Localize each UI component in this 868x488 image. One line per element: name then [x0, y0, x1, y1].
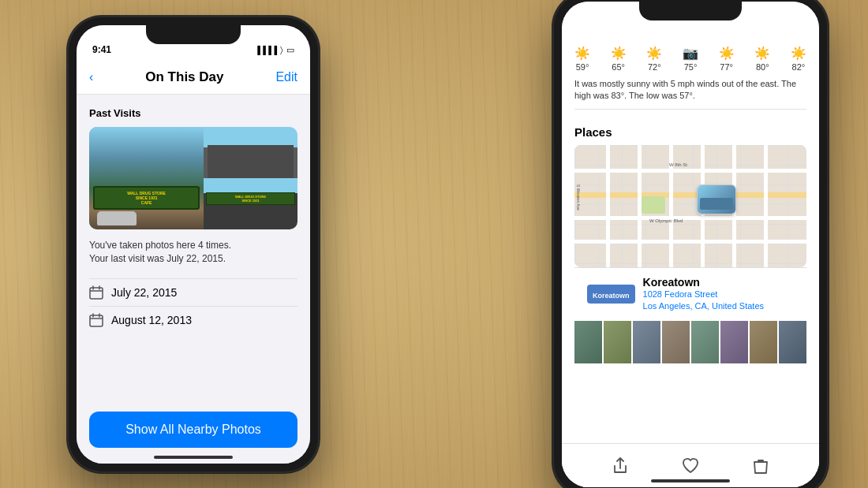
weather-day-3: ☀️ 72° [646, 46, 662, 72]
status-time: 9:41 [92, 44, 111, 55]
weather-temp-3: 72° [648, 62, 661, 72]
strip-photo-2[interactable] [604, 321, 631, 363]
photo-strip [574, 321, 806, 363]
left-content: Past Visits WALL DRUG STORESINCE 1931CAF… [77, 95, 310, 464]
edit-button[interactable]: Edit [275, 70, 297, 84]
location-address-line2: Los Angeles, CA, United States [643, 300, 794, 312]
weather-icon-7: ☀️ [791, 46, 806, 61]
right-phone-screen: ☀️ 59° ☀️ 65° ☀️ 72° 📷 75° [562, 2, 819, 487]
right-home-indicator [651, 479, 730, 482]
share-button[interactable] [609, 455, 631, 477]
weather-day-6: ☀️ 80° [754, 46, 770, 72]
photo-right-top-inner [204, 127, 297, 178]
weather-icon-6: ☀️ [754, 46, 770, 61]
photo-right-top [204, 127, 297, 178]
weather-day-7: ☀️ 82° [791, 46, 806, 72]
location-card[interactable]: Koreatown Koreatown 1028 Fedora Street L… [574, 267, 806, 321]
date-item-2[interactable]: August 12, 2013 [89, 306, 297, 333]
status-icons: ▐▐▐▐ 〉 ▭ [255, 45, 294, 55]
photo-left: WALL DRUG STORESINCE 1931CAFE [89, 127, 204, 229]
calendar-icon-2 [89, 313, 103, 327]
svg-rect-0 [90, 288, 103, 299]
battery-icon: ▭ [286, 45, 294, 55]
location-info: Koreatown 1028 Fedora Street Los Angeles… [643, 276, 794, 313]
car-shape [97, 211, 137, 225]
sign-text-right: WALL DRUG STORESINCE 1931 [208, 195, 293, 203]
show-nearby-button[interactable]: Show All Nearby Photos [89, 412, 297, 448]
strip-photo-7[interactable] [750, 321, 777, 363]
left-phone: 9:41 ▐▐▐▐ 〉 ▭ ‹ On This Day Edit Past Vi… [67, 16, 320, 473]
strip-photo-6[interactable] [720, 321, 748, 363]
map-park [642, 196, 665, 214]
photo-right-col: WALL DRUG STORESINCE 1931 [204, 127, 297, 229]
wall-drug-sign-left: WALL DRUG STORESINCE 1931CAFE [93, 186, 200, 210]
weather-temp-1: 59° [576, 62, 589, 72]
weather-icon-3: ☀️ [646, 46, 662, 61]
location-address-line1: 1028 Fedora Street [643, 289, 794, 300]
date-text-2: August 12, 2013 [111, 314, 192, 326]
building-right [208, 145, 294, 178]
weather-day-2: ☀️ 65° [611, 46, 627, 72]
weather-temp-4: 75° [684, 62, 698, 72]
visit-description: You've taken photos here 4 times.Your la… [89, 239, 297, 266]
wifi-icon: 〉 [280, 45, 283, 55]
weather-temp-2: 65° [612, 62, 625, 72]
photo-right-bottom: WALL DRUG STORESINCE 1931 [204, 178, 297, 229]
heart-button[interactable] [679, 455, 702, 477]
nav-title: On This Day [93, 69, 275, 85]
date-text-1: July 22, 2015 [111, 286, 177, 299]
weather-row: ☀️ 59° ☀️ 65° ☀️ 72° 📷 75° [574, 46, 806, 72]
weather-icon-2: ☀️ [611, 46, 627, 61]
right-content: ☀️ 59° ☀️ 65° ☀️ 72° 📷 75° [562, 36, 819, 487]
past-visits-title: Past Visits [89, 107, 297, 119]
places-section: Places [562, 116, 819, 370]
strip-photo-1[interactable] [574, 321, 602, 363]
weather-day-5: ☀️ 77° [719, 46, 735, 72]
date-item-1[interactable]: July 22, 2015 [89, 278, 297, 306]
strip-photo-4[interactable] [662, 321, 690, 363]
weather-temp-5: 77° [720, 62, 733, 72]
photo-left-inner: WALL DRUG STORESINCE 1931CAFE [89, 127, 204, 229]
map-pin-image [698, 185, 735, 214]
left-home-indicator [154, 456, 233, 459]
signal-icon: ▐▐▐▐ [255, 46, 277, 54]
sign-text-left: WALL DRUG STORESINCE 1931CAFE [97, 191, 196, 205]
left-notch [146, 25, 241, 44]
weather-day-4: 📷 75° [683, 46, 698, 72]
map-background: W 8th St W Olympic Blvd S Western Ave [574, 145, 806, 267]
weather-day-1: ☀️ 59° [574, 46, 590, 72]
location-badge-text: Koreatown [593, 292, 630, 300]
strip-photo-8[interactable] [779, 321, 806, 363]
left-nav-bar: ‹ On This Day Edit [77, 60, 310, 95]
weather-section: ☀️ 59° ☀️ 65° ☀️ 72° 📷 75° [562, 36, 819, 116]
right-phone: ☀️ 59° ☀️ 65° ☀️ 72° 📷 75° [552, 0, 829, 488]
location-badge: Koreatown [587, 285, 635, 304]
weather-temp-7: 82° [792, 62, 806, 72]
strip-photo-5[interactable] [691, 321, 719, 363]
left-phone-screen: 9:41 ▐▐▐▐ 〉 ▭ ‹ On This Day Edit Past Vi… [77, 25, 310, 464]
road-label-w8: W 8th St [669, 162, 687, 167]
weather-temp-6: 80° [756, 62, 769, 72]
wall-drug-sign-right: WALL DRUG STORESINCE 1931 [206, 192, 295, 205]
weather-icon-1: ☀️ [574, 46, 590, 61]
map-road-v-1 [606, 145, 610, 267]
weather-icon-4: 📷 [683, 46, 698, 61]
calendar-icon-1 [89, 285, 103, 300]
road-label-olympic: W Olympic Blvd [649, 218, 683, 223]
photo-grid[interactable]: WALL DRUG STORESINCE 1931CAFE [89, 127, 297, 229]
strip-photo-3[interactable] [633, 321, 660, 363]
map-road-v-6 [764, 145, 768, 267]
map-container[interactable]: W 8th St W Olympic Blvd S Western Ave [574, 145, 806, 267]
weather-icon-5: ☀️ [719, 46, 735, 61]
show-nearby-label: Show All Nearby Photos [125, 423, 261, 437]
weather-description: It was mostly sunny with 5 mph winds out… [574, 78, 806, 110]
trash-button[interactable] [750, 455, 772, 477]
map-pin [697, 184, 736, 214]
photo-right-bottom-inner: WALL DRUG STORESINCE 1931 [204, 178, 297, 229]
places-title: Places [574, 125, 806, 139]
right-notch [639, 2, 742, 20]
svg-rect-1 [90, 315, 103, 326]
location-name: Koreatown [643, 276, 794, 289]
road-label-western: S Western Ave [576, 184, 581, 210]
